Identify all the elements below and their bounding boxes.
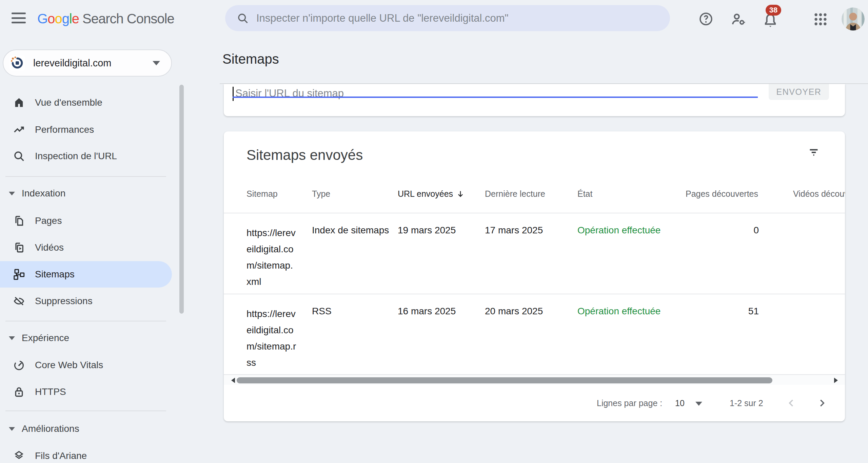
avatar-photo (842, 7, 865, 30)
google-apps-button[interactable] (812, 11, 829, 27)
sidebar-divider (5, 321, 166, 321)
sidebar-item-label: Sitemaps (35, 269, 75, 280)
input-focus-underline (233, 97, 758, 98)
table-row[interactable]: https://lerev eildigital.co m/sitemap.r … (224, 294, 845, 374)
sidebar-divider (5, 411, 166, 411)
sidebar-item-performances[interactable]: Performances (0, 117, 174, 143)
url-line: eildigital.co (246, 322, 296, 338)
product-name: Search Console (82, 11, 174, 26)
trending-up-icon (13, 124, 25, 136)
logo-letter: o (55, 11, 62, 26)
hamburger-menu-icon[interactable] (12, 13, 26, 23)
card-title: Sitemaps envoyés (246, 147, 363, 163)
sidebar-item-videos[interactable]: Vidéos (0, 234, 174, 261)
scroll-left-arrow-icon[interactable] (231, 378, 235, 383)
cell-status-success: Opération effectuée (577, 225, 660, 236)
cell-pages-discovered: 0 (753, 225, 759, 236)
sidebar-section-ameliorations[interactable]: Améliorations (0, 419, 174, 439)
logo-letter: G (37, 11, 47, 26)
sidebar-item-suppressions[interactable]: Suppressions (0, 288, 174, 314)
column-header-sitemap[interactable]: Sitemap (246, 189, 278, 199)
help-button[interactable] (698, 11, 714, 27)
search-placeholder: Inspecter n'importe quelle URL de "lerev… (256, 12, 509, 24)
sidebar-item-fils-dariane[interactable]: Fils d'Ariane (0, 443, 174, 463)
column-header-videos-discovered[interactable]: Vidéos découvertes (793, 189, 845, 199)
account-avatar[interactable] (842, 7, 865, 30)
visibility-off-icon (13, 295, 25, 307)
column-header-urls-submitted[interactable]: URL envoyées (398, 189, 465, 199)
logo-letter: o (47, 11, 55, 26)
cell-status-success: Opération effectuée (577, 306, 660, 317)
help-icon (698, 11, 714, 27)
next-page-button[interactable] (814, 396, 829, 411)
app-logo[interactable]: GoogleSearch Console (37, 11, 174, 26)
cell-submitted-date: 19 mars 2025 (398, 225, 456, 236)
filter-icon (807, 145, 821, 160)
sidebar-section-experience[interactable]: Expérience (0, 328, 174, 348)
sidebar-scrollbar[interactable] (179, 85, 184, 314)
chevron-down-icon (9, 192, 15, 195)
scrollbar-thumb[interactable] (237, 377, 772, 383)
property-name: lereveildigital.com (33, 58, 112, 69)
google-search-console-app: GoogleSearch Console Inspecter n'importe… (0, 0, 868, 463)
sidebar-item-vue-densemble[interactable]: Vue d'ensemble (0, 89, 174, 116)
scroll-right-arrow-icon[interactable] (834, 378, 838, 383)
logo-letter: l (69, 11, 72, 26)
previous-page-button[interactable] (784, 396, 799, 411)
table-row[interactable]: https://lerev eildigital.co m/sitemap. x… (224, 213, 845, 294)
pages-icon (13, 215, 25, 227)
column-header-last-read[interactable]: Dernière lecture (485, 189, 545, 199)
url-line: eildigital.co (246, 241, 296, 257)
text-cursor (233, 87, 234, 101)
sidebar-item-label: Suppressions (35, 296, 93, 307)
sidebar-section-indexation[interactable]: Indexation (0, 183, 174, 204)
sidebar-section-label: Expérience (22, 333, 69, 343)
submit-sitemap-button[interactable]: ENVOYER (769, 84, 829, 100)
sidebar-item-label: HTTPS (35, 386, 66, 397)
sidebar-item-label: Fils d'Ariane (35, 450, 87, 461)
sidebar-item-label: Performances (35, 124, 94, 135)
url-inspection-search-input[interactable]: Inspecter n'importe quelle URL de "lerev… (225, 5, 670, 31)
filter-button[interactable] (804, 143, 823, 162)
sidebar-item-core-web-vitals[interactable]: Core Web Vitals (0, 352, 174, 378)
column-header-pages-discovered[interactable]: Pages découvertes (686, 189, 758, 199)
notification-count-badge: 38 (766, 5, 781, 16)
pagination-range: 1-2 sur 2 (730, 398, 763, 408)
cell-sitemap-url[interactable]: https://lerev eildigital.co m/sitemap. x… (246, 225, 296, 290)
property-selector[interactable]: lereveildigital.com (3, 49, 172, 77)
column-header-type[interactable]: Type (312, 189, 330, 199)
sidebar-item-sitemaps[interactable]: Sitemaps (0, 261, 172, 288)
manage-users-button[interactable] (730, 12, 747, 28)
url-line: https://lerev (246, 306, 296, 322)
rows-per-page-label: Lignes par page : (597, 398, 662, 408)
logo-letter: g (62, 11, 69, 26)
sidebar-item-label: Vue d'ensemble (35, 97, 102, 108)
table-horizontal-scrollbar[interactable] (224, 374, 845, 385)
property-favicon (9, 55, 25, 71)
sidebar-item-label: Vidéos (35, 242, 64, 253)
sidebar-item-label: Inspection de l'URL (35, 151, 117, 162)
user-settings-icon (730, 12, 747, 28)
breadcrumb-layers-icon (13, 450, 25, 462)
table-pagination: Lignes par page : 10 1-2 sur 2 (224, 392, 845, 416)
column-header-label: URL envoyées (398, 189, 453, 199)
cell-sitemap-url[interactable]: https://lerev eildigital.co m/sitemap.r … (246, 306, 296, 371)
sidebar-item-label: Core Web Vitals (35, 360, 103, 371)
sidebar-item-inspection-url[interactable]: Inspection de l'URL (0, 143, 174, 169)
search-icon (237, 12, 249, 24)
cell-type: Index de sitemaps (312, 225, 389, 236)
apps-grid-icon (813, 12, 828, 27)
rows-per-page-value[interactable]: 10 (675, 398, 685, 408)
chevron-right-icon (816, 397, 828, 409)
rows-per-page-dropdown-icon[interactable] (695, 402, 702, 406)
column-header-status[interactable]: État (577, 189, 592, 199)
url-line: m/sitemap.r (246, 338, 296, 355)
sitemap-url-input[interactable]: Saisir l'URL du sitemap (224, 84, 760, 104)
url-line: m/sitemap. (246, 257, 296, 274)
page-title: Sitemaps (222, 51, 279, 67)
sidebar-item-https[interactable]: HTTPS (0, 379, 174, 405)
sidebar-item-label: Pages (35, 215, 62, 226)
sidebar-section-label: Améliorations (22, 423, 79, 434)
url-line: ss (246, 355, 296, 371)
sidebar-item-pages[interactable]: Pages (0, 208, 174, 234)
